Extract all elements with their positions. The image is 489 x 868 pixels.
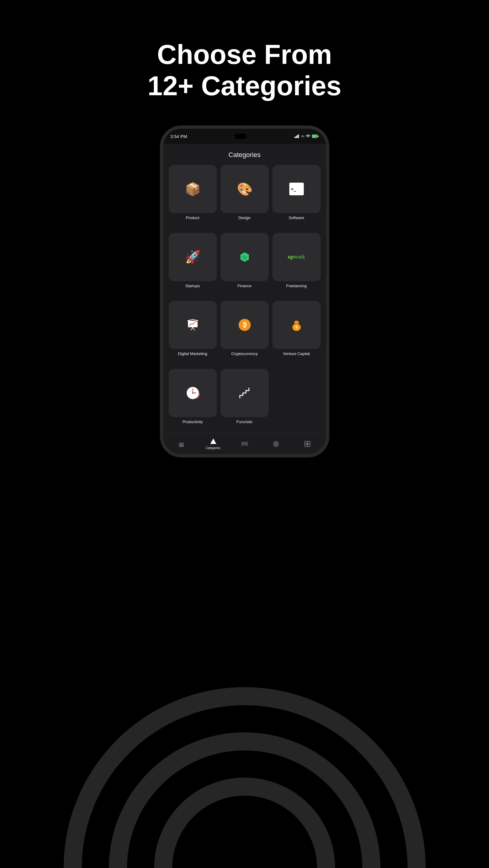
- category-software[interactable]: >_ Software: [272, 165, 321, 229]
- category-cryptocurrency[interactable]: ₿ Cryptocurrency: [221, 301, 269, 365]
- background-decoration: [33, 597, 456, 868]
- category-label-product: Product: [186, 216, 199, 220]
- status-icons: Vo: [294, 134, 319, 138]
- svg-rect-41: [308, 444, 310, 447]
- category-card-software: >_: [272, 165, 321, 213]
- radio-icon: [273, 441, 279, 447]
- community-icon: [241, 441, 248, 447]
- svg-rect-1: [296, 136, 296, 138]
- upwork-logo: upwork: [288, 254, 305, 260]
- svg-rect-6: [318, 135, 319, 137]
- category-card-design: 🎨: [221, 165, 269, 213]
- nav-categories-label: Categories: [206, 446, 220, 450]
- startups-icon: 🚀: [185, 250, 201, 264]
- svg-line-14: [193, 327, 195, 330]
- svg-rect-40: [305, 444, 307, 447]
- category-freelancing[interactable]: upwork Freelancing: [272, 233, 321, 298]
- svg-rect-5: [312, 135, 317, 137]
- wifi-icon: [306, 135, 310, 138]
- category-label-startups: Startups: [185, 284, 200, 288]
- grid-icon: [304, 441, 311, 447]
- category-card-futuristic: [221, 369, 269, 417]
- svg-point-33: [242, 442, 243, 444]
- svg-rect-0: [294, 137, 295, 138]
- design-icon: 🎨: [237, 182, 253, 196]
- svg-rect-29: [179, 445, 181, 447]
- category-label-software: Software: [289, 216, 304, 220]
- category-label-freelancing: Freelancing: [286, 284, 307, 288]
- svg-text:₿: ₿: [243, 321, 246, 329]
- signal-icon: [294, 134, 299, 138]
- svg-point-36: [274, 442, 278, 445]
- category-product[interactable]: 📦 Product: [169, 165, 217, 229]
- category-card-venture-capital: $: [272, 301, 321, 349]
- categories-grid: 📦 Product 🎨 Design >_: [163, 164, 326, 433]
- terminal-prompt: >_: [291, 187, 296, 191]
- category-design[interactable]: 🎨 Design: [221, 165, 269, 229]
- svg-text:$: $: [295, 324, 298, 330]
- home-icon: [179, 441, 185, 447]
- category-venture-capital[interactable]: $ Venture Capital: [272, 301, 321, 365]
- terminal-icon: >_: [289, 183, 304, 195]
- category-card-cryptocurrency: ₿: [221, 301, 269, 349]
- svg-rect-28: [181, 443, 183, 445]
- category-label-venture-capital: Venture Capital: [283, 351, 310, 356]
- category-card-freelancing: upwork: [272, 233, 321, 281]
- category-card-digital-marketing: [169, 301, 217, 349]
- svg-rect-39: [308, 441, 310, 444]
- category-card-startups: 🚀: [169, 233, 217, 281]
- category-label-futuristic: Fururistic: [236, 420, 253, 424]
- category-card-finance: [221, 233, 269, 281]
- svg-point-25: [192, 393, 193, 394]
- category-startups[interactable]: 🚀 Startups: [169, 233, 217, 298]
- status-bar: 3:54 PM Vo: [163, 129, 326, 144]
- battery-icon: [312, 134, 319, 138]
- svg-line-12: [193, 319, 198, 321]
- svg-line-13: [191, 327, 193, 330]
- finance-gem-icon: [237, 250, 252, 264]
- productivity-clock-icon: [185, 385, 201, 401]
- svg-rect-38: [305, 441, 307, 444]
- category-label-finance: Finance: [237, 284, 251, 288]
- svg-line-11: [187, 319, 193, 321]
- category-digital-marketing[interactable]: Digital Marketing: [169, 301, 217, 365]
- vo-wifi-label: Vo: [301, 135, 305, 138]
- category-label-digital-marketing: Digital Marketing: [178, 351, 207, 356]
- phone-mockup: 3:54 PM Vo: [160, 126, 329, 457]
- product-icon: 📦: [185, 182, 201, 196]
- phone-screen: Categories 📦 Product 🎨 Design: [163, 144, 326, 454]
- category-label-cryptocurrency: Cryptocurrency: [231, 351, 258, 356]
- category-finance[interactable]: Finance: [221, 233, 269, 298]
- svg-rect-27: [179, 443, 181, 445]
- category-label-design: Design: [238, 216, 250, 220]
- bottom-navigation: Categories: [163, 433, 326, 454]
- status-time: 3:54 PM: [170, 134, 187, 139]
- nav-categories[interactable]: Categories: [198, 438, 229, 450]
- svg-point-35: [275, 443, 277, 444]
- screen-title: Categories: [163, 144, 326, 164]
- svg-rect-3: [298, 134, 299, 138]
- futuristic-stairs-icon: [237, 385, 253, 401]
- crypto-icon: ₿: [237, 317, 253, 333]
- category-card-productivity: [169, 369, 217, 417]
- page-title: Choose From 12+ Categories: [139, 39, 350, 101]
- nav-home[interactable]: [166, 441, 198, 447]
- camera-notch: [235, 133, 247, 139]
- svg-rect-2: [297, 135, 298, 138]
- nav-community[interactable]: [229, 441, 260, 447]
- category-label-productivity: Productivity: [182, 420, 203, 424]
- svg-marker-31: [210, 438, 216, 444]
- venture-capital-icon: $: [289, 317, 305, 333]
- category-card-product: 📦: [169, 165, 217, 213]
- categories-icon: [210, 438, 217, 445]
- category-productivity[interactable]: Productivity: [169, 369, 217, 433]
- nav-radio[interactable]: [260, 441, 292, 447]
- nav-grid[interactable]: [292, 441, 323, 447]
- svg-rect-30: [181, 445, 183, 447]
- svg-point-34: [246, 442, 248, 444]
- category-futuristic[interactable]: Fururistic: [221, 369, 269, 433]
- digital-marketing-icon: [185, 317, 201, 333]
